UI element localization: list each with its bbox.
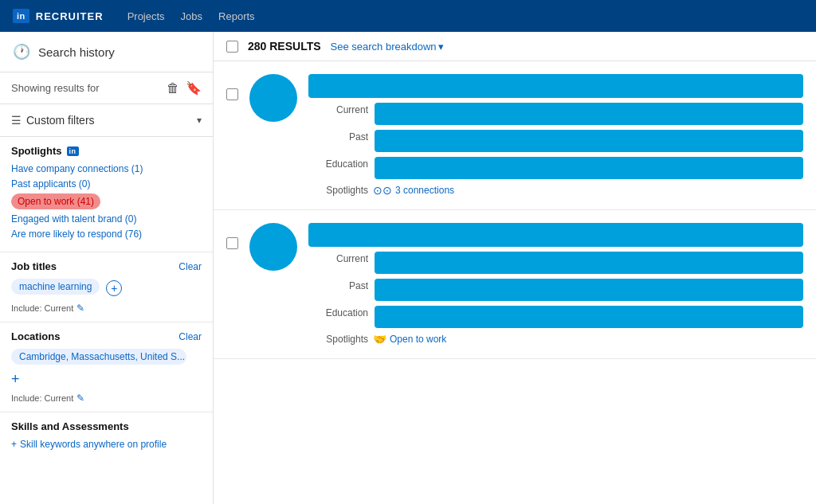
spotlight-field-label: Spotlights [308,334,368,345]
filter-icon: ☰ [11,114,22,127]
locations-header-row: Locations Clear [11,330,202,342]
spotlight-likely-respond[interactable]: Are more likely to respond (76) [11,229,202,240]
locations-title: Locations [11,330,60,342]
results-bar: 280 RESULTS See search breakdown ▾ [214,32,816,61]
showing-results-label: Showing results for [11,82,100,94]
locations-include-row: Include: Current ✎ [11,393,202,404]
current-row: Current [308,252,803,274]
bookmark-icon[interactable]: 🔖 [186,80,202,96]
past-label: Past [308,130,368,143]
nav-jobs[interactable]: Jobs [181,10,202,22]
skills-section: Skills and Assessments + Skill keywords … [0,412,213,458]
spotlights-row: Spotlights 🤝 Open to work [308,333,803,346]
spotlights-row: Spotlights ⊙⊙ 3 connections [308,184,803,197]
current-label: Current [308,252,368,264]
linkedin-badge: in [67,147,79,156]
locations-section: Locations Clear Cambridge, Massachusetts… [0,322,213,412]
nav-reports[interactable]: Reports [218,10,255,22]
custom-filters-bar: ☰ Custom filters ▾ [0,104,213,137]
job-titles-section: Job titles Clear machine learning + Incl… [0,252,213,322]
add-location-button[interactable]: + [11,371,202,388]
app-brand: RECRUITER [36,10,104,22]
showing-results-icons: 🗑 🔖 [167,80,202,96]
education-row: Education [308,306,803,328]
connections-icon: ⊙⊙ [373,184,392,197]
location-tag: Cambridge, Massachusetts, United S... [11,349,186,365]
job-titles-include-row: Include: Current ✎ [11,303,202,314]
job-titles-header-row: Job titles Clear [11,260,202,272]
past-row: Past [308,279,803,301]
job-titles-include-label: Include: Current [11,303,73,313]
skill-keywords-label: Skill keywords anywhere on profile [20,439,167,450]
candidate-checkbox[interactable] [226,88,238,100]
custom-filters-chevron[interactable]: ▾ [197,115,202,126]
add-job-title-button[interactable]: + [106,280,122,296]
connections-label: 3 connections [395,185,454,196]
job-titles-title: Job titles [11,260,57,272]
spotlight-connections[interactable]: Have company connections (1) [11,163,202,174]
see-breakdown-link[interactable]: See search breakdown ▾ [331,41,444,53]
custom-filters-label: Custom filters [26,114,95,127]
locations-clear[interactable]: Clear [178,331,202,342]
past-row: Past [308,130,803,152]
candidate-fields: Current Past Education Spotlights 🤝 Open… [308,223,803,346]
candidate-checkbox[interactable] [226,237,238,249]
open-work-icon: 🤝 [373,333,386,346]
open-work-label: Open to work [390,334,446,345]
spotlight-past-applicants[interactable]: Past applicants (0) [11,178,202,189]
breakdown-chevron: ▾ [438,41,444,53]
search-history-bar: 🕐 Search history [0,32,213,72]
education-label: Education [308,157,368,170]
education-label: Education [308,306,368,318]
past-value [375,130,803,152]
current-row: Current [308,103,803,125]
skill-keywords-plus: + [11,439,17,450]
clock-icon: 🕐 [13,43,30,61]
spotlights-header: Spotlights in [11,145,202,157]
top-nav: in RECRUITER Projects Jobs Reports [0,0,816,32]
spotlight-talent-brand[interactable]: Engaged with talent brand (0) [11,213,202,225]
see-breakdown-label: See search breakdown [331,41,437,53]
current-value [375,103,803,125]
nav-links: Projects Jobs Reports [128,10,255,22]
candidate-fields: Current Past Education Spotlights ⊙⊙ 3 c… [308,74,803,197]
locations-include-label: Include: Current [11,393,73,403]
delete-icon[interactable]: 🗑 [167,81,179,96]
search-history-label: Search history [38,45,115,59]
candidate-card: Current Past Education Spotlights 🤝 Open… [214,210,816,359]
nav-projects[interactable]: Projects [128,10,165,22]
spotlight-open-to-work[interactable]: Open to work (41) [11,193,100,209]
candidate-name-block [308,74,803,98]
past-value [375,279,803,301]
skills-title: Skills and Assessments [11,420,129,432]
sidebar: 🕐 Search history Showing results for 🗑 🔖… [0,32,214,504]
spotlights-title: Spotlights [11,145,62,157]
current-value [375,252,803,274]
avatar [249,223,297,271]
showing-results-bar: Showing results for 🗑 🔖 [0,72,213,104]
current-label: Current [308,103,368,115]
education-value [375,306,803,328]
select-all-checkbox[interactable] [226,41,238,53]
spotlights-section: Spotlights in Have company connections (… [0,137,213,252]
spotlight-field-value[interactable]: ⊙⊙ 3 connections [373,184,454,197]
education-row: Education [308,157,803,179]
main-layout: 🕐 Search history Showing results for 🗑 🔖… [0,32,816,504]
past-label: Past [308,279,368,291]
spotlight-field-label: Spotlights [308,185,368,196]
education-value [375,157,803,179]
job-title-tag: machine learning [11,279,100,295]
skill-keywords-link[interactable]: + Skill keywords anywhere on profile [11,439,202,450]
candidate-card: Current Past Education Spotlights ⊙⊙ 3 c… [214,61,816,210]
results-count: 280 RESULTS [248,40,321,53]
avatar [249,74,297,122]
linkedin-logo: in [13,9,29,23]
locations-edit-icon[interactable]: ✎ [76,393,84,404]
main-content: 280 RESULTS See search breakdown ▾ Curre… [214,32,816,504]
job-titles-clear[interactable]: Clear [178,261,202,272]
spotlight-field-value[interactable]: 🤝 Open to work [373,333,446,346]
candidate-name-block [308,223,803,247]
skills-header-row: Skills and Assessments [11,420,202,432]
job-titles-edit-icon[interactable]: ✎ [76,303,84,314]
